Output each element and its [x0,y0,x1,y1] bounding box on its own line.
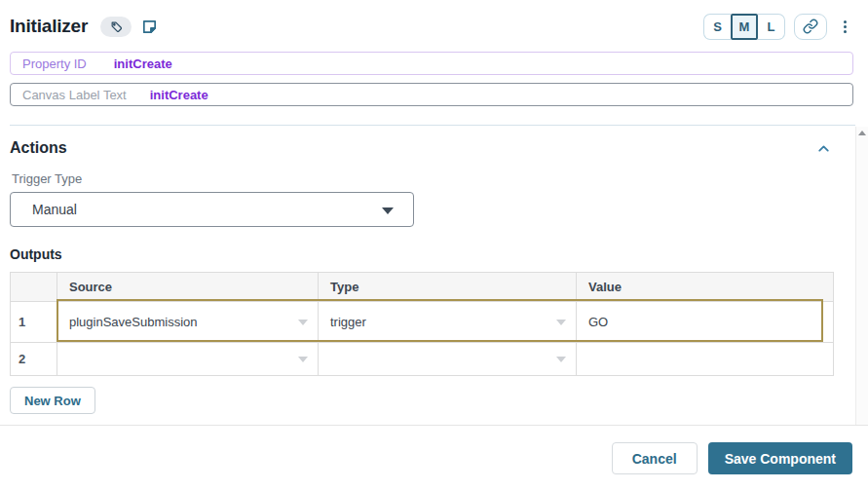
table-row: 1 pluginSaveSubmission trigger GO [11,302,834,343]
table-header-row: Source Type Value [11,273,834,302]
actions-section-title: Actions [10,139,67,157]
save-component-button[interactable]: Save Component [708,442,852,474]
trigger-type-select[interactable]: Manual [10,192,414,227]
source-select-cell[interactable] [57,343,319,376]
type-value: trigger [330,315,366,329]
canvas-label-text-label: Canvas Label Text [22,88,127,102]
canvas-label-field[interactable]: Canvas Label Text initCreate [10,83,853,106]
actions-section-header: Actions [10,139,853,157]
chevron-down-icon [298,320,308,325]
type-select-cell[interactable] [319,343,577,376]
link-icon [803,19,818,34]
chevron-down-icon [556,320,566,325]
table-row: 2 [11,343,834,376]
value-input-cell[interactable] [577,343,834,376]
note-icon [141,19,158,35]
outputs-title: Outputs [10,246,853,262]
kebab-menu-icon [844,20,847,33]
outputs-table: Source Type Value 1 pluginSaveSubmission… [10,272,833,376]
type-column-header: Type [319,273,577,302]
source-value: pluginSaveSubmission [69,315,198,329]
size-medium-button[interactable]: M [731,14,758,40]
tag-icon [110,20,123,33]
source-select-cell[interactable]: pluginSaveSubmission [57,302,319,343]
chevron-down-icon [298,357,308,362]
size-small-button[interactable]: S [703,14,731,40]
value-column-header: Value [577,273,834,302]
notes-button[interactable] [141,19,158,35]
value-text: GO [588,315,608,329]
more-options-button[interactable] [836,14,853,40]
chevron-up-icon [815,140,832,157]
header-toolbar: S M L [703,14,853,40]
scroll-up-arrow-icon[interactable] [858,131,866,135]
row-number: 2 [11,343,57,376]
panel-header: Initializer S M L [10,13,853,40]
value-input-cell[interactable]: GO [577,302,834,343]
row-number: 1 [11,302,57,343]
trigger-type-label: Trigger Type [12,171,853,186]
footer-divider [0,425,868,426]
property-id-label: Property ID [22,57,87,71]
canvas-label-text-value: initCreate [150,88,208,102]
new-row-button[interactable]: New Row [10,387,95,414]
tag-button[interactable] [100,17,132,37]
panel-size-toggle: S M L [703,14,785,40]
chevron-down-icon [382,207,394,214]
chevron-down-icon [556,357,566,362]
property-id-value: initCreate [114,57,172,71]
cancel-button[interactable]: Cancel [612,442,698,474]
section-divider [10,125,855,126]
component-config-panel: Initializer S M L [10,0,853,414]
source-column-header: Source [57,273,319,302]
footer-actions: Cancel Save Component [612,442,852,474]
type-select-cell[interactable]: trigger [319,302,577,343]
property-id-field[interactable]: Property ID initCreate [10,52,853,75]
collapse-section-button[interactable] [815,140,832,157]
trigger-type-selected-value: Manual [32,202,77,217]
row-number-header [11,273,57,302]
size-large-button[interactable]: L [758,14,785,40]
page-title: Initializer [10,16,88,37]
vertical-scrollbar[interactable] [855,127,868,425]
link-button[interactable] [794,14,827,40]
